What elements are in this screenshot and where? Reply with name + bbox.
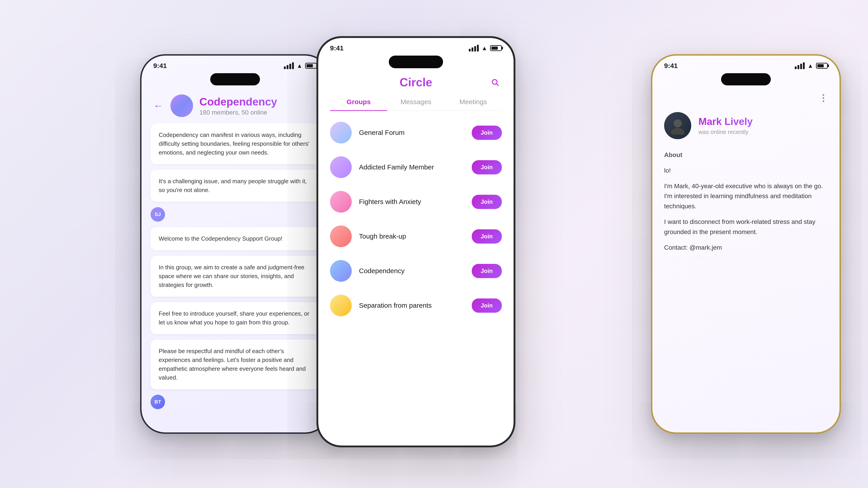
join-button-addicted[interactable]: Join [472, 160, 502, 174]
group-icon-codependency [330, 260, 352, 282]
svg-line-1 [497, 84, 498, 86]
right-phone: 9:41 ▲ ⋮ [651, 54, 841, 434]
message-text: In this group, we aim to create a safe a… [159, 264, 305, 288]
avatar: SJ [151, 207, 165, 222]
group-icon-breakup [330, 225, 352, 247]
wifi-icon: ▲ [297, 62, 303, 69]
wifi-icon: ▲ [482, 45, 487, 52]
list-item: Fighters with Anxiety Join [318, 185, 514, 219]
group-row-name: General Forum [359, 129, 465, 136]
left-status-time: 9:41 [153, 62, 167, 70]
center-status-icons: ▲ [469, 45, 502, 52]
left-status-icons: ▲ [284, 62, 317, 69]
signal-icon [284, 62, 294, 69]
group-icon-anxiety [330, 191, 352, 213]
center-status-time: 9:41 [330, 44, 344, 52]
message-bubble: Feel free to introduce yourself, share y… [151, 302, 320, 334]
message-bubble: Codependency can manifest in various way… [151, 123, 320, 164]
profile-status: was online recently [699, 129, 753, 135]
message-bubble: In this group, we aim to create a safe a… [151, 256, 320, 297]
list-item: Separation from parents Join [318, 288, 514, 323]
groups-list: General Forum Join Addicted Family Membe… [318, 111, 514, 327]
svg-point-3 [671, 128, 684, 135]
group-row-name: Codependency [359, 267, 465, 275]
message-text: Codependency can manifest in various way… [159, 131, 309, 156]
profile-section: Mark Lively was online recently [652, 107, 839, 145]
list-item: General Forum Join [318, 116, 514, 150]
avatar-initials: BT [154, 399, 161, 405]
profile-avatar [664, 112, 691, 139]
list-item: Addicted Family Member Join [318, 150, 514, 185]
svg-point-2 [674, 119, 682, 127]
center-status-bar: 9:41 ▲ [318, 38, 514, 56]
profile-bio: I'm Mark, 40-year-old executive who is a… [664, 181, 828, 212]
group-avatar [170, 94, 193, 117]
tabs-row: Groups Messages Meetings [330, 94, 502, 111]
group-icon-addicted [330, 156, 352, 178]
app-title: Circle [344, 75, 488, 89]
message-text: It's a challenging issue, and many peopl… [159, 178, 307, 193]
message-text: Feel free to introduce yourself, share y… [159, 310, 309, 326]
avatar: BT [151, 395, 165, 409]
more-button[interactable]: ⋮ [819, 93, 828, 103]
join-button-codependency[interactable]: Join [472, 264, 502, 278]
center-phone: 9:41 ▲ Circle [316, 36, 515, 447]
battery-icon [305, 63, 317, 69]
signal-icon [795, 62, 805, 69]
message-bubble: It's a challenging issue, and many peopl… [151, 170, 320, 202]
wifi-icon: ▲ [807, 62, 813, 69]
group-info: Codependency 180 members, 50 online [199, 96, 277, 116]
profile-name: Mark Lively [699, 116, 753, 127]
group-row-name: Tough break-up [359, 232, 465, 240]
dynamic-island [389, 56, 443, 68]
battery-icon [490, 45, 502, 51]
left-header: ← Codependency 180 members, 50 online [142, 90, 329, 123]
battery-icon [816, 63, 828, 69]
tab-meetings[interactable]: Meetings [445, 94, 502, 110]
message-bubble: Welcome to the Codependency Support Grou… [151, 227, 320, 250]
message-with-avatar: SJ [151, 207, 320, 222]
left-phone: 9:41 ▲ ← Codependency 18 [140, 54, 330, 434]
dynamic-island [210, 73, 260, 86]
right-header: ⋮ [652, 90, 839, 107]
group-icon-general [330, 122, 352, 143]
message-with-avatar: BT [151, 395, 320, 409]
join-button-breakup[interactable]: Join [472, 229, 502, 243]
list-item: Tough break-up Join [318, 219, 514, 254]
dynamic-island [721, 73, 771, 86]
avatar-initials: SJ [155, 212, 161, 217]
profile-goal: I want to disconnect from work-related s… [664, 217, 828, 237]
message-text: Welcome to the Codependency Support Grou… [159, 235, 282, 242]
group-meta: 180 members, 50 online [199, 109, 277, 116]
left-status-bar: 9:41 ▲ [142, 56, 329, 73]
center-header: Circle [318, 74, 514, 94]
profile-info: Mark Lively was online recently [699, 116, 753, 135]
join-button-anxiety[interactable]: Join [472, 195, 502, 209]
group-name: Codependency [199, 96, 277, 108]
profile-content: About lo! I'm Mark, 40-year-old executiv… [652, 145, 839, 263]
message-text: Please be respectful and mindful of each… [159, 348, 306, 381]
chat-messages: Codependency can manifest in various way… [142, 123, 329, 415]
group-row-name: Separation from parents [359, 302, 465, 309]
right-status-time: 9:41 [664, 62, 678, 70]
signal-icon [469, 45, 479, 52]
list-item: Codependency Join [318, 254, 514, 288]
group-icon-separation [330, 295, 352, 316]
about-section-label: About [664, 150, 828, 160]
tab-messages[interactable]: Messages [387, 94, 444, 110]
right-status-icons: ▲ [795, 62, 828, 69]
right-status-bar: 9:41 ▲ [652, 56, 839, 73]
profile-greeting: lo! [664, 166, 828, 176]
back-button[interactable]: ← [152, 100, 164, 111]
join-button-separation[interactable]: Join [472, 298, 502, 313]
group-row-name: Fighters with Anxiety [359, 198, 465, 205]
search-button[interactable] [488, 75, 502, 89]
profile-contact: Contact: @mark.jem [664, 242, 828, 253]
tab-groups[interactable]: Groups [330, 94, 387, 111]
message-bubble: Please be respectful and mindful of each… [151, 339, 320, 389]
group-row-name: Addicted Family Member [359, 163, 465, 171]
join-button-general[interactable]: Join [472, 126, 502, 140]
